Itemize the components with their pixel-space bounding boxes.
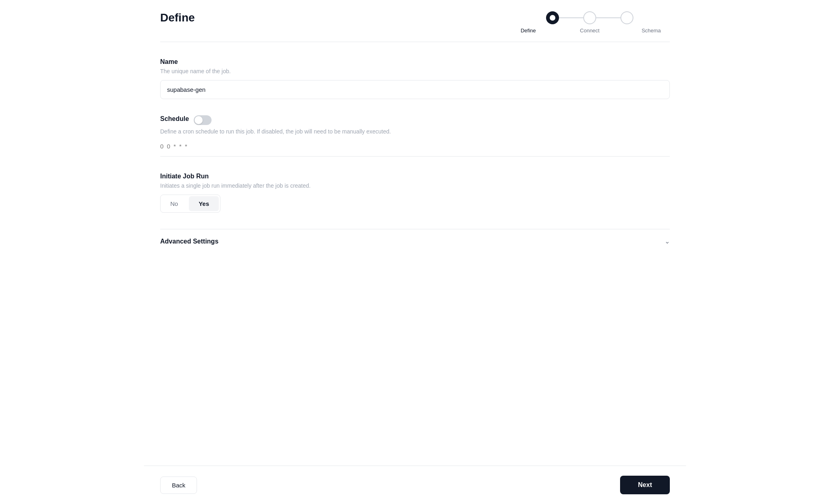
step-line-2	[596, 17, 620, 18]
initiate-yes-button[interactable]: Yes	[189, 196, 219, 211]
step-circle-define	[546, 11, 559, 24]
initiate-job-run-toggle-group: No Yes	[160, 195, 220, 213]
back-button[interactable]: Back	[160, 476, 197, 494]
step-line-1	[559, 17, 583, 18]
initiate-job-run-label: Initiate Job Run	[160, 173, 670, 180]
name-section: Name The unique name of the job.	[160, 58, 670, 99]
schedule-toggle[interactable]	[194, 115, 212, 125]
initiate-no-button[interactable]: No	[161, 196, 188, 211]
initiate-job-run-section: Initiate Job Run Initiates a single job …	[160, 173, 670, 213]
cron-input-container	[160, 140, 670, 157]
toggle-knob	[195, 116, 203, 124]
step-circle-schema	[620, 11, 633, 24]
footer: Back Next	[144, 466, 686, 504]
name-description: The unique name of the job.	[160, 68, 670, 74]
next-button[interactable]: Next	[620, 476, 670, 494]
page-title: Define	[160, 11, 195, 24]
initiate-job-run-description: Initiates a single job run immediately a…	[160, 182, 670, 189]
advanced-settings-label: Advanced Settings	[160, 238, 218, 245]
schedule-label: Schedule	[160, 115, 189, 123]
step-circle-connect	[583, 11, 596, 24]
advanced-settings-section[interactable]: Advanced Settings ⌄	[160, 229, 670, 253]
schedule-section: Schedule Define a cron schedule to run t…	[160, 115, 670, 157]
step-label-define: Define	[510, 28, 547, 34]
name-label: Name	[160, 58, 670, 66]
chevron-down-icon: ⌄	[665, 237, 670, 245]
cron-input[interactable]	[160, 140, 670, 152]
name-input[interactable]	[160, 80, 670, 99]
step-label-schema: Schema	[633, 28, 670, 34]
schedule-description: Define a cron schedule to run this job. …	[160, 128, 670, 135]
step-label-connect: Connect	[571, 28, 608, 34]
stepper: Define Connect Schema	[510, 11, 670, 34]
